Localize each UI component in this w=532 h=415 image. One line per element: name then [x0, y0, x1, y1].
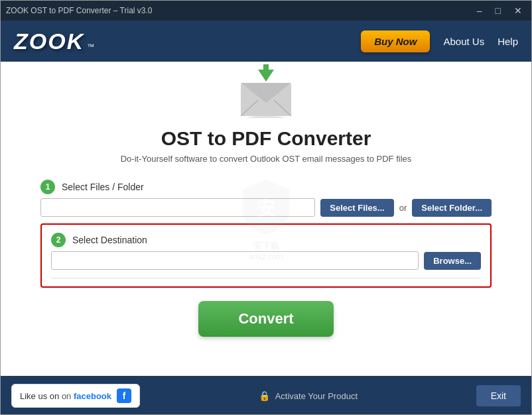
- app-title: OST to PDF Converter: [161, 127, 371, 150]
- step1-input-row: Select Files... or Select Folder...: [40, 198, 492, 217]
- facebook-like-button[interactable]: Like us on on facebook f: [11, 384, 140, 408]
- maximize-button[interactable]: □: [492, 5, 505, 17]
- convert-button[interactable]: Convert: [198, 301, 333, 337]
- svg-rect-2: [263, 64, 269, 76]
- step1-label-text: Select Files / Folder: [62, 182, 144, 192]
- fb-like-text: Like us on on facebook: [20, 391, 111, 401]
- svg-point-7: [246, 116, 286, 118]
- minimize-button[interactable]: –: [473, 5, 486, 17]
- select-files-button[interactable]: Select Files...: [320, 199, 393, 217]
- facebook-icon: f: [117, 388, 131, 403]
- about-us-link[interactable]: About Us: [443, 36, 484, 47]
- or-text: or: [399, 203, 407, 213]
- step2-circle: 2: [51, 233, 66, 247]
- logo-text: ZOOK: [14, 29, 84, 54]
- header: ZOOK™ Buy Now About Us Help: [1, 21, 531, 62]
- browse-button[interactable]: Browse...: [424, 252, 481, 270]
- destination-input[interactable]: [51, 251, 419, 270]
- step2-section: 2 Select Destination Browse...: [40, 223, 492, 288]
- buy-now-button[interactable]: Buy Now: [361, 30, 430, 52]
- step1-label: 1 Select Files / Folder: [40, 180, 492, 194]
- nav-right: Buy Now About Us Help: [361, 30, 518, 52]
- files-folder-input[interactable]: [40, 198, 315, 217]
- close-button[interactable]: ✕: [510, 5, 526, 17]
- step2-label: 2 Select Destination: [51, 233, 481, 247]
- logo: ZOOK™: [14, 29, 94, 54]
- step2-input-row: Browse...: [51, 251, 481, 270]
- envelope-container: [239, 75, 293, 118]
- window-title: ZOOK OST to PDF Converter – Trial v3.0: [6, 6, 153, 15]
- step1-section: 1 Select Files / Folder Select Files... …: [40, 180, 492, 297]
- app-subtitle: Do-it-Yourself software to convert Outlo…: [121, 154, 412, 164]
- main-content: 安 安下载 anxz.com: [1, 62, 531, 376]
- arrow-down-icon: [254, 63, 278, 89]
- help-link[interactable]: Help: [498, 36, 518, 47]
- destination-divider: [51, 278, 481, 278]
- select-folder-button[interactable]: Select Folder...: [412, 199, 492, 217]
- title-bar: ZOOK OST to PDF Converter – Trial v3.0 –…: [1, 1, 531, 21]
- footer: Like us on on facebook f 🔒 Activate Your…: [1, 376, 531, 415]
- logo-tm: ™: [87, 42, 94, 50]
- step1-circle: 1: [40, 180, 55, 194]
- lock-icon: 🔒: [259, 390, 270, 401]
- activate-text: Activate Your Product: [275, 391, 358, 401]
- activate-area: 🔒 Activate Your Product: [140, 390, 476, 401]
- exit-button[interactable]: Exit: [476, 385, 521, 406]
- step2-label-text: Select Destination: [72, 235, 147, 245]
- window-controls: – □ ✕: [473, 5, 526, 17]
- step1-form: 1 Select Files / Folder Select Files... …: [40, 180, 492, 217]
- like-us-text: Like us on: [20, 391, 59, 401]
- hero-icon: [239, 75, 293, 118]
- facebook-word-text: facebook: [74, 391, 111, 401]
